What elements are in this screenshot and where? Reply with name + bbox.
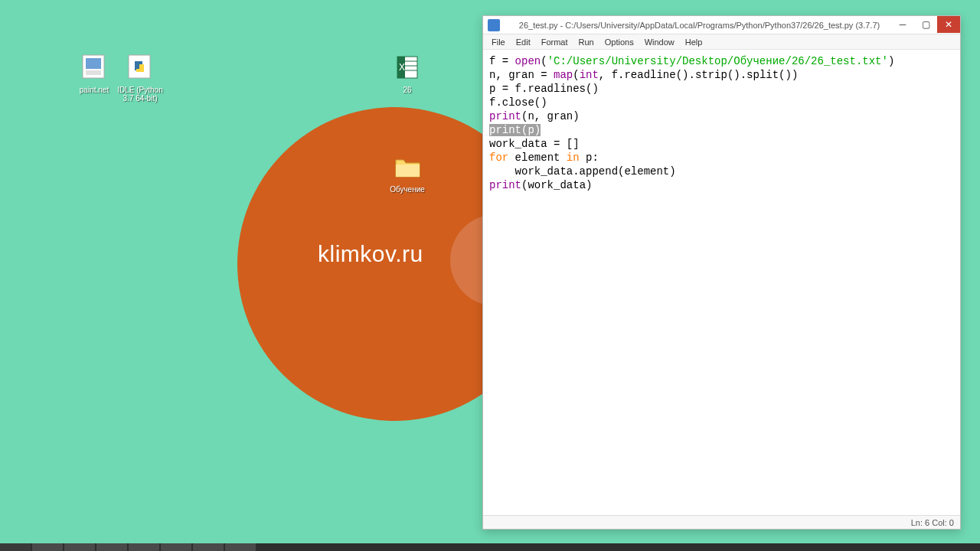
menu-options[interactable]: Options	[599, 36, 639, 48]
menu-format[interactable]: Format	[536, 36, 573, 48]
code-line: print(work_data)	[489, 179, 592, 191]
folder-icon	[394, 152, 421, 182]
svg-rect-2	[86, 70, 101, 75]
desktop-icon-folder[interactable]: Обучение	[381, 152, 434, 194]
code-line: print(n, gran)	[489, 110, 580, 122]
desktop-icon-label: Обучение	[381, 185, 434, 194]
taskbar-item[interactable]	[225, 543, 256, 551]
wallpaper-brand-text: klimkov.ru	[318, 241, 423, 267]
code-line: for element in p:	[489, 152, 599, 164]
taskbar-item[interactable]	[32, 543, 63, 551]
excel-icon: X	[394, 52, 421, 83]
code-line: f.close()	[489, 96, 547, 109]
menu-help[interactable]: Help	[680, 36, 708, 48]
desktop-icon-label: IDLE (Python 3.7 64-bit)	[113, 86, 167, 103]
start-button[interactable]	[0, 543, 31, 551]
menu-window[interactable]: Window	[639, 36, 680, 48]
idle-app-icon	[488, 19, 500, 31]
idle-editor-window: 26_test.py - C:/Users/University/AppData…	[482, 15, 961, 530]
svg-rect-1	[86, 58, 101, 69]
window-maximize-button[interactable]: ▢	[914, 16, 937, 33]
window-minimize-button[interactable]: ─	[891, 16, 914, 33]
menu-file[interactable]: File	[486, 36, 511, 48]
window-close-button[interactable]: ✕	[937, 16, 960, 33]
code-line-selected: print(p)	[489, 124, 541, 136]
taskbar-item[interactable]	[129, 543, 159, 551]
code-line: f = open('C:/Users/University/Desktop/Об…	[489, 55, 894, 67]
taskbar-item[interactable]	[64, 543, 95, 551]
code-line: work_data = []	[489, 138, 580, 150]
status-bar: Ln: 6 Col: 0	[483, 515, 960, 529]
code-editor[interactable]: f = open('C:/Users/University/Desktop/Об…	[483, 50, 960, 515]
code-line: n, gran = map(int, f.readline().strip().…	[489, 69, 798, 81]
desktop-icon-idle[interactable]: IDLE (Python 3.7 64-bit)	[113, 52, 167, 103]
code-line: p = f.readlines()	[489, 83, 599, 95]
svg-text:X: X	[399, 62, 405, 73]
window-titlebar[interactable]: 26_test.py - C:/Users/University/AppData…	[483, 16, 960, 34]
desktop-icon-excel[interactable]: X 26	[381, 52, 434, 94]
desktop-icon-label: 26	[381, 86, 434, 94]
menu-bar: File Edit Format Run Options Window Help	[483, 34, 960, 50]
menu-run[interactable]: Run	[573, 36, 599, 48]
taskbar-item[interactable]	[161, 543, 191, 551]
code-line: work_data.append(element)	[489, 165, 676, 178]
python-icon	[126, 52, 154, 83]
taskbar[interactable]	[0, 543, 980, 551]
cursor-position: Ln: 6 Col: 0	[911, 518, 954, 527]
paintnet-icon	[80, 52, 108, 83]
menu-edit[interactable]: Edit	[511, 36, 536, 48]
taskbar-item[interactable]	[193, 543, 224, 551]
taskbar-item[interactable]	[96, 543, 127, 551]
